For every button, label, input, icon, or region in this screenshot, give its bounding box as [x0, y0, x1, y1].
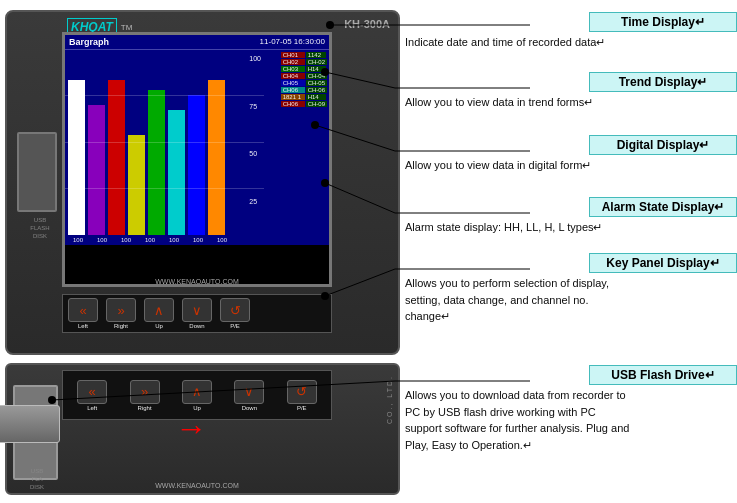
ch-2-label: CH02 [281, 59, 305, 65]
channel-list: CH01 1142 CH02 CH-02 CH03 H14 CH04 CH-04 [281, 52, 327, 107]
ch-1-val: 1142 [306, 52, 326, 58]
bottom-key-up[interactable]: ∧ Up [182, 380, 212, 411]
ann-usb-title-wrap: USB Flash Drive↵ [395, 365, 737, 385]
device-tm: TM [121, 23, 133, 32]
ann-key-desc: Allows you to perform selection of displ… [395, 275, 635, 325]
ch-8-val: CH-09 [306, 101, 327, 107]
selection-text: selection [514, 277, 557, 289]
ch-3-val: H14 [306, 66, 326, 72]
bl-1: 100 [67, 237, 89, 243]
ch-row-8: CH06 CH-09 [281, 101, 327, 107]
ann-digital-title-wrap: Digital Display↵ [395, 135, 737, 155]
ch-row-6: CH06 CH-06 [281, 87, 327, 93]
ann-time-title: Time Display↵ [589, 12, 737, 32]
bl-2: 100 [91, 237, 113, 243]
ch-6-val: CH-06 [306, 87, 327, 93]
ch-7-label: 1821 1 [281, 94, 305, 100]
ann-trend-title: Trend Display↵ [589, 72, 737, 92]
company-side-text: CO., LTD. [386, 375, 393, 424]
bar-5 [148, 53, 165, 235]
key-right[interactable]: » Right [106, 298, 136, 329]
ann-usb-title: USB Flash Drive↵ [589, 365, 737, 385]
bl-7: 100 [211, 237, 233, 243]
ann-key-title: Key Panel Display↵ [589, 253, 737, 273]
screen-datetime: 11-07-05 16:30:00 [260, 37, 325, 47]
scale-25: 25 [249, 198, 261, 205]
device-screen: Bargraph 11-07-05 16:30:00 100 75 50 25 [62, 32, 332, 287]
ch-1-label: CH01 [281, 52, 305, 58]
bottom-down-lbl: Down [242, 405, 257, 411]
bottom-down-btn[interactable]: ∨ [234, 380, 264, 404]
ch-5-label: CH05 [281, 80, 305, 86]
bar-6 [168, 53, 185, 235]
ann-key-title-wrap: Key Panel Display↵ [395, 253, 737, 273]
bottom-labels: 100 100 100 100 100 100 100 [65, 235, 329, 245]
annotation-key-panel: Key Panel Display↵ Allows you to perform… [395, 253, 737, 325]
bl-5: 100 [163, 237, 185, 243]
bar-4 [128, 53, 145, 235]
ch-2-val: CH-02 [306, 59, 327, 65]
key-pe[interactable]: ↺ P/E [220, 298, 250, 329]
ch-8-label: CH06 [281, 101, 305, 107]
ann-digital-desc: Allow you to view data in digital form↵ [395, 157, 737, 174]
scale-75: 75 [249, 103, 261, 110]
bottom-left-btn[interactable]: « [77, 380, 107, 404]
annotation-alarm-display: Alarm State Display↵ Alarm state display… [395, 197, 737, 236]
key-up[interactable]: ∧ Up [144, 298, 174, 329]
full-page: KHQAT TM KH-300A Bargraph 11-07-05 16:30… [0, 0, 737, 503]
bottom-up-btn[interactable]: ∧ [182, 380, 212, 404]
ch-4-label: CH04 [281, 73, 305, 79]
scale-axis: 100 75 50 25 [249, 55, 261, 205]
ann-time-title-wrap: Time Display↵ [395, 12, 737, 32]
red-arrow: → [175, 410, 207, 447]
ch-6-label: CH06 [281, 87, 305, 93]
bar-chart: 100 75 50 25 CH01 1142 [65, 50, 329, 235]
bar-3 [108, 53, 125, 235]
bar-7 [188, 53, 205, 235]
right-button[interactable]: » [106, 298, 136, 322]
ann-alarm-title-wrap: Alarm State Display↵ [395, 197, 737, 217]
device-website-top: WWW.KENAOAUTO.COM [62, 278, 332, 285]
down-label: Down [189, 323, 204, 329]
ann-alarm-desc: Alarm state display: HH, LL, H, L types↵ [395, 219, 737, 236]
ch-row-4: CH04 CH-04 [281, 73, 327, 79]
ch-row-2: CH02 CH-02 [281, 59, 327, 65]
pe-button[interactable]: ↺ [220, 298, 250, 322]
down-button[interactable]: ∨ [182, 298, 212, 322]
bottom-key-pe[interactable]: ↺ P/E [287, 380, 317, 411]
key-panel: « Left » Right ∧ Up ∨ Down ↺ P/E [62, 294, 332, 333]
key-down[interactable]: ∨ Down [182, 298, 212, 329]
usb-drive [0, 405, 60, 443]
key-left[interactable]: « Left [68, 298, 98, 329]
left-label: Left [78, 323, 88, 329]
right-label: Right [114, 323, 128, 329]
annotations-panel: Time Display↵ Indicate date and time of … [395, 0, 737, 503]
ann-alarm-title: Alarm State Display↵ [589, 197, 737, 217]
usb-port-bottom [13, 385, 58, 480]
ann-usb-desc: Allows you to download data from recorde… [395, 387, 635, 453]
bl-6: 100 [187, 237, 209, 243]
bl-4: 100 [139, 237, 161, 243]
ch-row-3: CH03 H14 [281, 66, 327, 72]
bar-2 [88, 53, 105, 235]
ch-4-val: CH-04 [306, 73, 327, 79]
bottom-right-btn[interactable]: » [130, 380, 160, 404]
screen-top-bar: Bargraph 11-07-05 16:30:00 [65, 35, 329, 50]
ch-row-5: CH05 CH-05 [281, 80, 327, 86]
bottom-key-down[interactable]: ∨ Down [234, 380, 264, 411]
bar-8 [208, 53, 225, 235]
bottom-right-lbl: Right [138, 405, 152, 411]
bottom-key-left[interactable]: « Left [77, 380, 107, 411]
bar-1 [68, 53, 85, 235]
bottom-pe-btn[interactable]: ↺ [287, 380, 317, 404]
ann-digital-title: Digital Display↵ [589, 135, 737, 155]
scale-50: 50 [249, 150, 261, 157]
ch-5-val: CH-05 [306, 80, 327, 86]
annotation-usb-drive: USB Flash Drive↵ Allows you to download … [395, 365, 737, 453]
left-button[interactable]: « [68, 298, 98, 322]
up-button[interactable]: ∧ [144, 298, 174, 322]
bottom-key-right[interactable]: » Right [130, 380, 160, 411]
screen-title: Bargraph [69, 37, 109, 47]
usb-label-side: USBFLASHDISK [15, 217, 65, 240]
scale-100: 100 [249, 55, 261, 62]
